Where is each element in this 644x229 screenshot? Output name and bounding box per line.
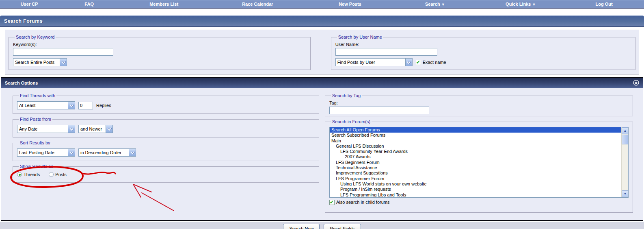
keyword-input[interactable] (13, 48, 113, 56)
date-direction-value: and Newer (79, 126, 106, 131)
nav-item-search[interactable]: Search▼ (393, 2, 477, 7)
scroll-up-button[interactable]: ▲ (622, 127, 629, 134)
footer-button-bar: Search NowReset Fields (0, 222, 644, 229)
tag-legend: Search by Tag (331, 93, 362, 98)
chevron-down-icon[interactable] (405, 59, 412, 66)
post-date-value: Any Date (17, 126, 68, 131)
page-title: Search Forums (4, 18, 43, 24)
reset-fields-button[interactable]: Reset Fields (324, 224, 361, 229)
nav-item-label: Log Out (596, 2, 613, 7)
top-navbar: User CPFAQMembers ListRace CalendarNew P… (0, 0, 644, 9)
search-scope-value: Search Entire Posts (13, 60, 60, 65)
nav-item-log-out[interactable]: Log Out (564, 2, 644, 7)
exact-name-checkbox[interactable] (416, 60, 421, 65)
keyword-legend: Search by Keyword (15, 35, 56, 39)
nav-item-label: Members List (149, 2, 178, 7)
nav-item-user-cp[interactable]: User CP (0, 2, 58, 7)
nav-item-label: FAQ (84, 2, 94, 7)
nav-item-members-list[interactable]: Members List (120, 2, 208, 7)
scroll-down-button[interactable]: ▼ (622, 190, 629, 197)
username-input[interactable] (335, 48, 437, 56)
collapse-section-button[interactable] (633, 80, 639, 86)
chevron-down-icon[interactable] (106, 125, 112, 133)
search-in-forums-fieldset: Search in Forum(s) Search All Open Forum… (325, 119, 633, 213)
find-threads-legend: Find Threads with (19, 93, 56, 98)
options-right-column: Search by Tag Tag: Search in Forum(s) Se… (325, 93, 633, 215)
sort-results-fieldset: Sort Results by Last Posting Date in Des… (13, 140, 319, 161)
search-options-panel: Search Options Find Threads with At Leas… (1, 77, 643, 221)
replies-comparator-select[interactable]: At Least (17, 101, 75, 109)
sort-field-value: Last Posting Date (17, 150, 68, 155)
chevron-down-icon: ▼ (532, 2, 536, 7)
nav-item-new-posts[interactable]: New Posts (307, 2, 393, 7)
chevron-down-icon[interactable] (129, 149, 136, 156)
child-forums-checkbox[interactable] (329, 200, 335, 205)
search-by-username-fieldset: Search by User Name User Name: Find Post… (331, 35, 635, 70)
show-results-legend: Show Results as (19, 164, 54, 169)
exact-name-label: Exact name (423, 60, 446, 65)
child-forums-label: Also search in child forums (336, 200, 389, 205)
sort-field-select[interactable]: Last Posting Date (17, 148, 75, 157)
listbox-scrollbar[interactable]: ▲ ▼ (621, 127, 628, 197)
posts-by-user-select[interactable]: Find Posts by User (335, 58, 413, 66)
forum-list-option[interactable]: Improvement Suggestions (330, 170, 621, 176)
sort-results-legend: Sort Results by (19, 140, 52, 145)
sort-order-select[interactable]: in Descending Order (78, 148, 136, 157)
radio-label: Posts (55, 172, 67, 177)
forums-legend: Search in Forum(s) (331, 119, 372, 124)
show-results-fieldset: Show Results as ThreadsPosts (13, 164, 319, 183)
search-basic-panel: Search by Keyword Keyword(s): Search Ent… (5, 30, 639, 74)
forum-list-option[interactable]: LFS Programming Libs and Tools (330, 192, 621, 198)
forum-list-option[interactable]: Search All Open Forums (330, 127, 621, 133)
exact-name-option[interactable]: Exact name (416, 60, 446, 65)
forum-list-option[interactable]: Using LFS World stats on your own websit… (330, 181, 621, 187)
forum-list-option[interactable]: LFS Programmer Forum (330, 176, 621, 181)
posts-by-user-value: Find Posts by User (336, 60, 405, 65)
forum-list-option[interactable]: General LFS Discussion (330, 144, 621, 149)
nav-item-label: User CP (21, 2, 38, 7)
chevron-down-icon[interactable] (68, 125, 75, 133)
find-posts-legend: Find Posts from (19, 117, 52, 122)
search-scope-select[interactable]: Search Entire Posts (13, 58, 67, 66)
forum-list-option[interactable]: LFS Community Year-End Awards (330, 149, 621, 154)
forum-list-option[interactable]: Technical Assistance (330, 165, 621, 170)
radio-button[interactable] (17, 172, 22, 177)
tag-input[interactable] (329, 107, 429, 114)
forum-list-option[interactable]: Program / InSim requests (330, 187, 621, 192)
options-left-column: Find Threads with At Least Replies Find … (13, 93, 319, 215)
scrollbar-thumb[interactable] (622, 135, 629, 144)
nav-item-label: Search (425, 2, 440, 7)
search-now-button[interactable]: Search Now (283, 224, 320, 229)
replies-label: Replies (96, 103, 111, 108)
forum-list-option[interactable]: Main (330, 138, 621, 144)
search-options-bar: Search Options (1, 78, 643, 88)
post-date-select[interactable]: Any Date (17, 125, 75, 133)
chevron-up-circle-icon (633, 80, 639, 86)
keyword-label: Keyword(s): (13, 42, 306, 47)
chevron-down-icon[interactable] (68, 102, 75, 109)
forum-list-option[interactable]: LFS Beginners Forum (330, 160, 621, 165)
chevron-down-icon[interactable] (60, 59, 67, 66)
forum-listbox[interactable]: Search All Open ForumsSearch Subscribed … (329, 127, 629, 198)
date-direction-select[interactable]: and Newer (78, 125, 113, 133)
child-forums-option[interactable]: Also search in child forums (329, 200, 389, 205)
nav-item-label: Race Calendar (242, 2, 273, 7)
nav-item-quick-links[interactable]: Quick Links▼ (477, 2, 564, 7)
chevron-down-icon[interactable] (68, 149, 75, 156)
sort-order-value: in Descending Order (79, 150, 129, 155)
show-results-option-threads[interactable]: Threads (17, 172, 40, 177)
show-results-option-posts[interactable]: Posts (49, 172, 67, 177)
username-label: User Name: (335, 42, 631, 47)
tag-label: Tag: (329, 100, 629, 105)
find-posts-fieldset: Find Posts from Any Date and Newer (13, 117, 319, 137)
radio-button[interactable] (49, 172, 54, 177)
replies-count-input[interactable] (78, 102, 93, 109)
forum-list-option[interactable]: Search Subscribed Forums (330, 133, 621, 138)
nav-item-race-calendar[interactable]: Race Calendar (208, 2, 307, 7)
forum-list-option[interactable]: 2007 Awards (330, 154, 621, 159)
nav-item-faq[interactable]: FAQ (58, 2, 120, 7)
search-options-title: Search Options (5, 81, 38, 85)
radio-label: Threads (24, 172, 40, 177)
nav-item-label: Quick Links (506, 2, 531, 7)
chevron-down-icon: ▼ (441, 2, 445, 7)
